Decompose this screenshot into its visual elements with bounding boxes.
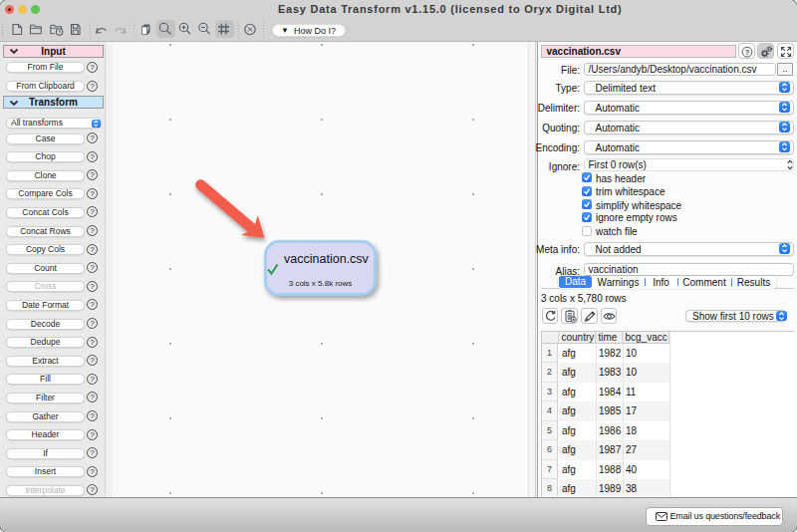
svg-text:?: ? [744,47,749,56]
